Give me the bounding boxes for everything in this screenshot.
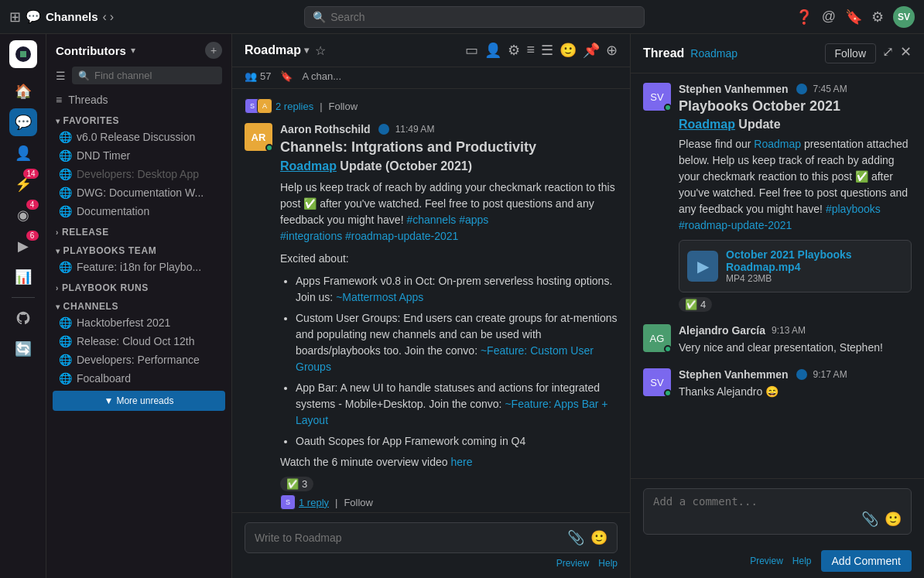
follow-link[interactable]: Follow [329,101,358,112]
user-icon[interactable]: 👤 [9,139,37,167]
threads-icon[interactable]: ≡ [526,42,535,59]
playbooks-tag[interactable]: #playbooks [826,203,881,215]
channels-icon[interactable]: 💬 [9,108,37,136]
reaction-checkmark[interactable]: ✅ 3 [280,477,313,491]
playbooks-icon[interactable]: ▶ 6 [9,232,37,260]
thread-help-link[interactable]: Help [792,556,812,566]
sidebar-item-channels-2[interactable]: 🌐 Developers: Performance [50,351,228,369]
emoji-icon[interactable]: 🙂 [560,42,577,59]
sidebar-item-channels-0[interactable]: 🌐 Hacktoberfest 2021 [50,313,228,332]
thread-roadmap-link-2[interactable]: Roadmap [754,138,801,150]
thread-expand-icon[interactable]: ⤢ [882,43,894,63]
channels-section[interactable]: ▾ CHANNELS [46,295,231,313]
attach-icon[interactable]: 📎 [567,529,584,546]
grid-icon[interactable]: ⊞ [9,9,21,26]
help-link[interactable]: Help [598,558,618,569]
integrations-tag[interactable]: #integrations [280,230,342,242]
roadmap-tag[interactable]: #roadmap-update-2021 [345,230,458,242]
sidebar-item-favorites-3[interactable]: 🌐 DWG: Documentation W... [50,183,228,202]
topbar-nav: ‹ › [103,10,115,24]
activity-icon[interactable]: ⚡ 14 [9,170,37,198]
mattermost-apps-link[interactable]: ~Mattermost Apps [336,291,423,303]
thread-roadmap-link[interactable]: Roadmap [679,118,735,131]
chat-input-field[interactable] [255,532,561,544]
channel-chevron-icon: ▾ [304,45,309,56]
search-box[interactable]: 🔍 [304,6,645,28]
reply-follow-button[interactable]: Follow [344,497,373,508]
sidebar-item-favorites-4[interactable]: 🌐 Documentation [50,202,228,221]
channels-tag[interactable]: #channels [406,214,456,226]
workspace-selector[interactable]: Contributors ▾ [56,44,135,57]
custom-user-groups-link[interactable]: ~Feature: Custom User Groups [296,344,594,373]
channel-layout-icon[interactable]: ▭ [465,42,478,59]
thread-close-icon[interactable]: ✕ [900,43,912,63]
find-channel-input[interactable] [94,70,216,81]
help-icon[interactable]: ❓ [796,9,813,26]
thread-emoji-icon[interactable]: 🙂 [885,511,902,528]
sidebar-item-favorites-2[interactable]: 🌐 Developers: Desktop App [50,165,228,183]
more-unreads-button[interactable]: ▼ More unreads [53,391,225,411]
thread-msg-subtitle-0: Roadmap Update [679,118,912,132]
favorites-section[interactable]: ▾ FAVORITES [46,109,231,128]
refresh-icon[interactable]: 🔄 [9,335,37,363]
members-icon[interactable]: 👤 [484,42,501,59]
settings-icon[interactable]: ⚙ [871,9,884,26]
emoji-input-icon[interactable]: 🙂 [590,529,607,546]
mention-icon[interactable]: @ [822,9,836,25]
release-section[interactable]: › RELEASE [46,221,231,239]
main-message: AR Aaron Rothschild 11:49 AM Channels: I… [245,123,618,510]
apps-tag[interactable]: #apps [459,214,488,226]
integrations-icon[interactable]: ⚙ [508,42,520,59]
app-logo[interactable] [9,40,37,68]
star-icon[interactable]: ☆ [315,43,326,58]
github-icon[interactable] [9,304,37,332]
add-comment-button[interactable]: Add Comment [821,550,912,572]
user-avatar[interactable]: SV [893,6,915,28]
here-link[interactable]: here [450,456,472,468]
thread-preview-link[interactable]: Preview [750,556,783,566]
search-input[interactable] [330,11,636,23]
reply-bar[interactable]: S 1 reply | Follow [280,494,618,510]
bookmark-subheader-icon[interactable]: 🔖 [280,70,293,82]
workspace-name: Contributors [56,44,126,57]
sidebar-item-channels-1[interactable]: 🌐 Release: Cloud Oct 12th [50,332,228,351]
chat-input-actions: 📎 🙂 [567,529,607,546]
insights-icon[interactable]: 📊 [9,263,37,291]
sidebar-item-channels-3[interactable]: 🌐 Focalboard [50,369,228,388]
find-channel-box[interactable]: 🔍 [72,67,222,84]
message-avatar: AR [245,123,272,151]
new-item-button[interactable]: + [205,42,222,59]
boards-icon[interactable]: ◉ 4 [9,201,37,229]
filter-icon[interactable]: ☰ [56,70,66,82]
roadmap-link[interactable]: Roadmap [280,159,337,173]
thread-attach-icon[interactable]: 📎 [861,511,878,528]
replies-link[interactable]: 2 replies [275,101,313,112]
sidebar-item-favorites-1[interactable]: 🌐 DND Timer [50,146,228,165]
chat-input-box[interactable]: 📎 🙂 [245,522,618,553]
bookmark-icon[interactable]: 🔖 [845,9,862,26]
thread-breadcrumb[interactable]: Roadmap [690,47,737,60]
sidebar-item-favorites-0[interactable]: 🌐 v6.0 Release Discussion [50,128,228,146]
sidebar-threads[interactable]: ≡ Threads [46,91,231,109]
thread-input-box[interactable]: 📎 🙂 [643,488,912,535]
channels-chevron-icon: ▾ [56,303,60,311]
nav-back-button[interactable]: ‹ [103,10,107,24]
home-icon[interactable]: 🏠 [9,77,37,105]
list-icon[interactable]: ☰ [541,42,553,59]
apps-bar-link[interactable]: ~Feature: Apps Bar + Layout [296,398,608,426]
more-icon[interactable]: ⊕ [606,42,618,59]
roadmap-update-tag[interactable]: #roadmap-update-2021 [679,219,792,231]
nav-forward-button[interactable]: › [110,10,114,24]
attachment-name[interactable]: October 2021 Playbooks Roadmap.mp4 [726,248,903,273]
activity-badge: 14 [23,169,38,179]
thread-comment-input[interactable] [653,495,855,526]
preview-link[interactable]: Preview [556,558,590,569]
playbooks-team-section[interactable]: ▾ PLAYBOOKS TEAM [46,239,231,258]
thread-reaction-0[interactable]: ✅ 4 [679,297,712,312]
thread-msg-time-2: 9:17 AM [813,369,847,380]
playbook-runs-section[interactable]: › PLAYBOOK RUNS [46,276,231,295]
single-reply-link[interactable]: 1 reply [299,497,329,508]
sidebar-item-playbooks-0[interactable]: 🌐 Feature: i18n for Playbo... [50,258,228,276]
thread-follow-button[interactable]: Follow [825,43,876,63]
pin-icon[interactable]: 📌 [583,42,600,59]
